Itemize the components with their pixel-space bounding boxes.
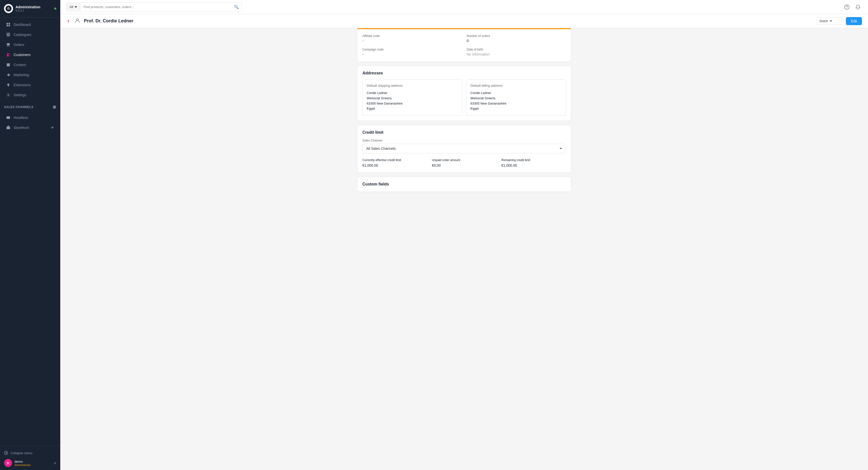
sidebar-item-content-label: Content bbox=[13, 63, 26, 67]
unpaid-order-label: Unpaid order amount bbox=[432, 158, 497, 162]
language-label: Dutch bbox=[819, 19, 828, 23]
sidebar-item-catalogues[interactable]: Catalogues bbox=[2, 30, 58, 39]
page-title: Prof. Dr. Cordie Ledner bbox=[84, 18, 813, 24]
content-icon bbox=[6, 63, 10, 67]
chevron-down-icon bbox=[74, 6, 77, 8]
back-button[interactable] bbox=[66, 19, 71, 23]
svg-point-10 bbox=[9, 54, 10, 55]
user-chevron-icon[interactable]: ∧ bbox=[54, 461, 56, 465]
billing-address-street: Weissnat Greens bbox=[470, 96, 562, 101]
sidebar-item-storefront-label: Storefront bbox=[13, 126, 29, 130]
storefront-eye-icon: 👁 bbox=[51, 126, 54, 130]
sales-channel-select[interactable]: All Sales Channels bbox=[363, 144, 566, 153]
shipping-address-street: Weissnat Greens bbox=[367, 96, 458, 101]
remaining-credit-value: €1,000.00 bbox=[501, 164, 566, 167]
currently-effective-label: Currently effective credit limit bbox=[363, 158, 427, 162]
sidebar-item-customers-label: Customers bbox=[13, 53, 31, 57]
sidebar-item-settings[interactable]: Settings bbox=[2, 90, 58, 100]
remaining-credit-label: Remaining credit limit bbox=[501, 158, 566, 162]
billing-address-box: Default billing address Cordie Ledner We… bbox=[466, 80, 566, 116]
affiliate-code-value: - bbox=[363, 39, 462, 43]
currently-effective-value: €1,000.00 bbox=[363, 164, 427, 167]
add-sales-channel-icon[interactable]: ⊕ bbox=[53, 104, 57, 110]
sidebar-footer: Collapse menu D demo Administrator ∧ bbox=[0, 446, 60, 470]
sidebar-item-orders[interactable]: Orders bbox=[2, 40, 58, 50]
user-info: demo Administrator bbox=[14, 460, 51, 467]
user-section: D demo Administrator ∧ bbox=[4, 457, 56, 467]
sidebar-item-content[interactable]: Content bbox=[2, 60, 58, 69]
language-dropdown[interactable]: Dutch bbox=[817, 17, 842, 25]
customer-info-card: Affiliate code - Number of orders 0 Camp… bbox=[357, 28, 571, 62]
addresses-grid: Default shipping address Cordie Ledner W… bbox=[363, 80, 566, 116]
credit-limit-title: Credit limit bbox=[363, 130, 566, 135]
search-container: All 🔍 bbox=[66, 2, 242, 11]
svg-rect-6 bbox=[6, 35, 10, 36]
credit-limit-body: Credit limit Sales Channel All Sales Cha… bbox=[358, 125, 571, 172]
user-avatar: D bbox=[4, 459, 12, 467]
customer-info-body: Affiliate code - Number of orders 0 Camp… bbox=[358, 29, 571, 61]
currently-effective-item: Currently effective credit limit €1,000.… bbox=[363, 158, 427, 167]
date-of-birth-value: No information bbox=[467, 52, 566, 56]
svg-rect-0 bbox=[6, 23, 8, 24]
affiliate-code-item: Affiliate code - bbox=[363, 34, 462, 43]
search-filter-dropdown[interactable]: All bbox=[67, 3, 81, 11]
app-logo-inner: G bbox=[5, 5, 11, 11]
affiliate-code-label: Affiliate code bbox=[363, 34, 462, 38]
sidebar-item-storefront[interactable]: Storefront 👁 bbox=[2, 123, 58, 133]
svg-point-8 bbox=[9, 46, 9, 47]
svg-point-18 bbox=[76, 19, 79, 21]
search-filter-label: All bbox=[69, 5, 73, 9]
sidebar-item-marketing[interactable]: Marketing bbox=[2, 70, 58, 80]
addresses-body: Addresses Default shipping address Cordi… bbox=[358, 66, 571, 121]
status-dot bbox=[54, 7, 56, 9]
orders-icon bbox=[6, 42, 10, 47]
sales-channel-value: All Sales Channels bbox=[366, 147, 396, 151]
sales-channels-label: Sales Channels bbox=[4, 105, 33, 109]
sidebar-header: G Administration 6.5.2.1 bbox=[0, 0, 60, 17]
catalogues-icon bbox=[6, 32, 10, 37]
sidebar-item-headless[interactable]: Headless bbox=[2, 113, 58, 122]
svg-rect-3 bbox=[8, 25, 10, 26]
marketing-icon bbox=[6, 72, 10, 77]
main-area: All 🔍 Prof. Dr. Cordie Ledner Dutch bbox=[60, 0, 868, 470]
campaign-code-item: Campaign code - bbox=[363, 48, 462, 56]
sidebar-item-settings-label: Settings bbox=[13, 93, 26, 97]
sidebar-item-catalogues-label: Catalogues bbox=[13, 33, 31, 37]
sidebar: G Administration 6.5.2.1 Dashboard Catal… bbox=[0, 0, 60, 470]
campaign-code-label: Campaign code bbox=[363, 48, 462, 51]
sidebar-item-headless-label: Headless bbox=[13, 116, 28, 120]
collapse-menu-button[interactable]: Collapse menu bbox=[4, 449, 56, 457]
collapse-icon bbox=[4, 451, 8, 455]
app-logo: G bbox=[4, 4, 13, 13]
sidebar-item-marketing-label: Marketing bbox=[13, 73, 29, 77]
content-inner: Affiliate code - Number of orders 0 Camp… bbox=[351, 28, 577, 202]
notifications-icon[interactable] bbox=[854, 3, 862, 11]
sidebar-item-dashboard[interactable]: Dashboard bbox=[2, 20, 58, 29]
svg-rect-5 bbox=[6, 34, 10, 35]
svg-rect-1 bbox=[8, 23, 10, 24]
number-of-orders-item: Number of orders 0 bbox=[467, 34, 566, 43]
svg-point-11 bbox=[8, 94, 9, 96]
campaign-code-value: - bbox=[363, 52, 462, 56]
extensions-icon bbox=[6, 83, 10, 87]
svg-point-7 bbox=[7, 46, 8, 47]
app-name: Administration bbox=[16, 5, 52, 9]
storefront-icon bbox=[6, 125, 10, 130]
unpaid-order-item: Unpaid order amount €0.00 bbox=[432, 158, 497, 167]
language-chevron-icon bbox=[830, 20, 832, 22]
sidebar-item-customers[interactable]: Customers bbox=[2, 50, 58, 60]
collapse-menu-label: Collapse menu bbox=[10, 451, 32, 455]
sidebar-item-extensions[interactable]: Extensions bbox=[2, 80, 58, 90]
help-icon[interactable] bbox=[843, 3, 851, 11]
addresses-title: Addresses bbox=[363, 71, 566, 76]
user-name: demo bbox=[14, 460, 51, 464]
search-input[interactable] bbox=[81, 3, 231, 11]
number-of-orders-label: Number of orders bbox=[467, 34, 566, 38]
svg-rect-13 bbox=[7, 117, 8, 117]
shipping-address-box: Default shipping address Cordie Ledner W… bbox=[363, 80, 462, 116]
dashboard-icon bbox=[6, 22, 10, 27]
sidebar-item-dashboard-label: Dashboard bbox=[13, 23, 31, 27]
search-submit-icon[interactable]: 🔍 bbox=[231, 2, 242, 11]
edit-button[interactable]: Edit bbox=[846, 17, 862, 25]
custom-fields-card: Custom fields bbox=[357, 177, 571, 192]
